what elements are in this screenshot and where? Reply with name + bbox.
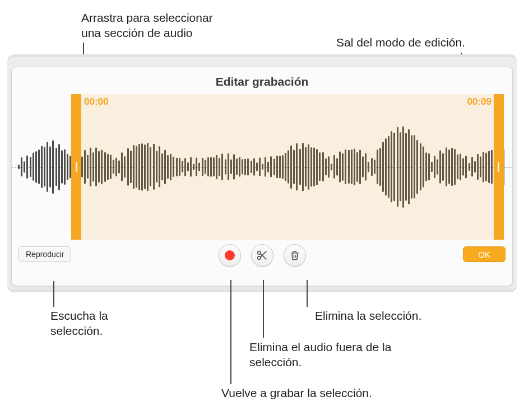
ok-button[interactable]: OK: [463, 246, 506, 262]
callout-delete-selection: Elimina la selección.: [315, 308, 455, 323]
scissors-icon: [256, 249, 268, 262]
panel-title: Editar grabación: [12, 67, 512, 94]
selection-start-time: 00:00: [84, 96, 108, 108]
selection-end-time: 00:09: [467, 96, 491, 108]
edit-recording-panel: Editar grabación 00:00 00:09 Reproducir: [11, 67, 513, 286]
play-button[interactable]: Reproducir: [18, 246, 71, 262]
record-button[interactable]: [219, 244, 241, 267]
selection-handle-left[interactable]: [76, 162, 77, 172]
leader-line: [307, 280, 308, 307]
editor-toolbar: Reproducir: [12, 240, 512, 276]
callout-rerecord-selection: Vuelve a grabar la selección.: [221, 385, 401, 400]
leader-line: [230, 280, 231, 384]
callout-trim-outside: Elimina el audio fuera de la selección.: [249, 339, 418, 370]
callout-exit-edit: Sal del modo de edición.: [336, 35, 465, 50]
center-tool-group: [219, 244, 306, 267]
delete-button[interactable]: [284, 244, 306, 267]
leader-line: [53, 281, 54, 307]
trash-icon: [289, 249, 300, 262]
selection-handle-right[interactable]: [498, 162, 499, 172]
leader-line: [263, 280, 264, 338]
selection-range[interactable]: [71, 94, 504, 240]
waveform-area[interactable]: 00:00 00:09: [12, 94, 512, 240]
record-icon: [225, 250, 235, 260]
callout-play-selection: Escucha la selección.: [50, 308, 163, 339]
callout-drag-select: Arrastra para seleccionar una sección de…: [81, 10, 227, 41]
trim-button[interactable]: [251, 244, 273, 267]
